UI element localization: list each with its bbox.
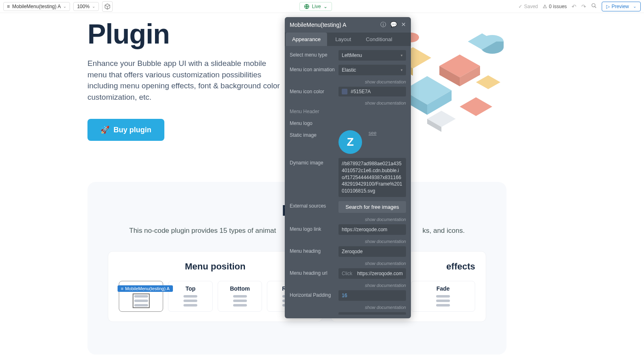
element-selector-dropdown[interactable]: ≡ MobileMenu(testing) A ⌄ bbox=[3, 2, 70, 11]
tab-conditional[interactable]: Conditional bbox=[359, 33, 399, 46]
select-menu-type-label: Select menu type bbox=[290, 50, 335, 58]
show-documentation-link[interactable]: show documentation bbox=[290, 305, 406, 310]
environment-dropdown[interactable]: Live ⌄ bbox=[299, 2, 332, 11]
chevron-down-icon: ▾ bbox=[401, 53, 403, 57]
hamburger-icon: ≡ bbox=[121, 286, 123, 291]
external-sources-label: External sources bbox=[290, 201, 335, 209]
h-padding-input[interactable]: 16 bbox=[338, 290, 406, 301]
show-documentation-link[interactable]: show documentation bbox=[290, 261, 406, 266]
see-link[interactable]: see bbox=[369, 130, 376, 136]
chevron-down-icon: ⌄ bbox=[323, 4, 327, 9]
static-image-label: Static image bbox=[290, 130, 335, 138]
hamburger-icon bbox=[436, 295, 450, 306]
property-panel: MobileMenu(testing) A ⓘ 💬 ✕ Appearance L… bbox=[285, 17, 411, 318]
svg-point-1 bbox=[592, 4, 595, 7]
menu-icon-anim-dropdown[interactable]: Elastic▾ bbox=[338, 65, 406, 75]
zoom-dropdown[interactable]: 100% ⌄ bbox=[73, 2, 99, 11]
hamburger-icon bbox=[134, 295, 148, 306]
issues-button[interactable]: ⚠ 0 issues bbox=[543, 4, 567, 9]
chevron-down-icon: ⌄ bbox=[92, 4, 95, 9]
position-card-bottom[interactable]: Bottom bbox=[218, 281, 262, 312]
tab-appearance[interactable]: Appearance bbox=[286, 33, 327, 46]
logo-preview[interactable]: Z bbox=[338, 130, 362, 154]
info-icon[interactable]: ⓘ bbox=[380, 21, 386, 28]
hamburger-icon bbox=[183, 295, 197, 306]
element-tag[interactable]: ≡ MobileMenu(testing) A bbox=[118, 285, 173, 292]
search-free-images-button[interactable]: Search for free images bbox=[338, 201, 406, 213]
warning-icon: ⚠ bbox=[543, 4, 547, 9]
show-documentation-link[interactable]: show documentation bbox=[290, 101, 406, 105]
chevron-down-icon: ⌄ bbox=[63, 4, 66, 9]
dynamic-image-input[interactable]: //b878927ad988ae021a4354010572c1e6.cdn.b… bbox=[338, 158, 406, 197]
show-documentation-link[interactable]: show documentation bbox=[290, 79, 406, 84]
menu-heading-url-label: Menu heading url bbox=[290, 268, 335, 276]
cube-icon-button[interactable] bbox=[102, 1, 113, 12]
h-padding-label: Horizontal Padding bbox=[290, 290, 335, 298]
menu-heading-url-input[interactable]: Clickhttps://zeroqode.com bbox=[338, 268, 406, 279]
menu-logo-link-label: Menu logo link bbox=[290, 224, 335, 232]
panel-body: Select menu type LeftMenu▾ Menu icon ani… bbox=[285, 46, 411, 315]
show-documentation-link[interactable]: show documentation bbox=[290, 283, 406, 288]
redo-button[interactable]: ↷ bbox=[581, 3, 586, 10]
top-toolbar: ≡ MobileMenu(testing) A ⌄ 100% ⌄ Live ⌄ … bbox=[0, 0, 644, 13]
dynamic-image-label: Dynamic image bbox=[290, 158, 335, 166]
menu-icon-anim-label: Menu icon animation bbox=[290, 65, 335, 72]
select-menu-type-dropdown[interactable]: LeftMenu▾ bbox=[338, 50, 406, 61]
position-card-left[interactable]: ≡ MobileMenu(testing) A Left bbox=[119, 281, 163, 312]
tab-layout[interactable]: Layout bbox=[329, 33, 358, 46]
chevron-down-icon: ▾ bbox=[401, 68, 403, 72]
hamburger-icon: ≡ bbox=[7, 4, 10, 9]
show-documentation-link[interactable]: show documentation bbox=[290, 217, 406, 222]
comment-icon[interactable]: 💬 bbox=[390, 21, 397, 28]
hero-description: Enhance your Bubble app UI with a slidea… bbox=[87, 58, 283, 103]
position-card-top[interactable]: Top bbox=[168, 281, 212, 312]
hero-title: Plugin bbox=[87, 18, 170, 50]
panel-tabs: Appearance Layout Conditional bbox=[285, 33, 411, 46]
rocket-icon: 🚀 bbox=[100, 125, 109, 134]
play-icon: ▷ bbox=[606, 4, 610, 9]
v-padding-input[interactable]: 16 bbox=[338, 312, 406, 315]
menu-heading-input[interactable]: Zeroqode bbox=[338, 246, 406, 257]
show-documentation-link[interactable]: show documentation bbox=[290, 239, 406, 244]
menu-heading-label: Menu heading bbox=[290, 246, 335, 254]
close-icon[interactable]: ✕ bbox=[401, 21, 406, 28]
effect-card-fade[interactable]: Fade bbox=[411, 281, 475, 312]
panel-title: MobileMenu(testing) A bbox=[290, 22, 346, 28]
chevron-down-icon: ⌄ bbox=[633, 4, 636, 9]
search-button[interactable] bbox=[591, 3, 597, 10]
preview-button[interactable]: ▷ Preview ⌄ bbox=[602, 2, 641, 11]
undo-button[interactable]: ↶ bbox=[572, 3, 576, 10]
menu-header-section: Menu Header bbox=[290, 109, 406, 114]
menu-logo-label: Menu logo bbox=[290, 118, 406, 126]
hamburger-icon bbox=[233, 295, 247, 306]
menu-icon-color-input[interactable]: #515E7A bbox=[338, 87, 406, 96]
menu-icon-color-label: Menu icon color bbox=[290, 87, 335, 94]
menu-logo-link-input[interactable]: https://zeroqode.com bbox=[338, 224, 406, 235]
v-padding-label: Vertical Padding bbox=[290, 312, 335, 315]
buy-plugin-button[interactable]: 🚀 Buy plugin bbox=[87, 119, 164, 141]
